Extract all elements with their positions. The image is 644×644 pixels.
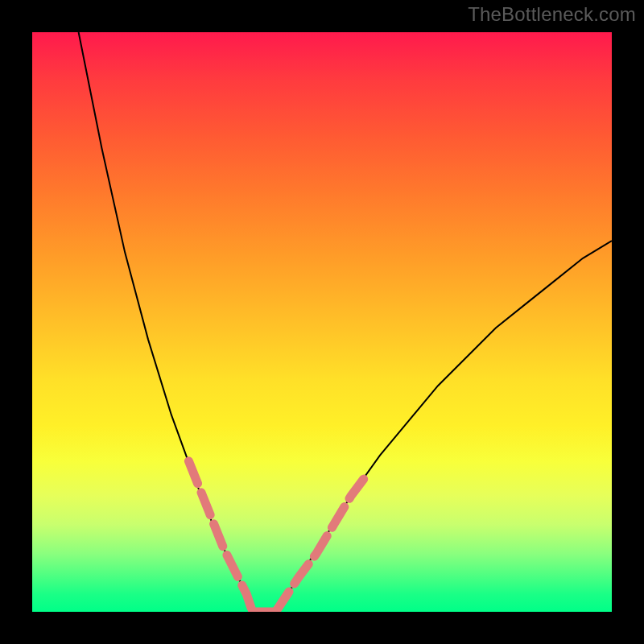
watermark-text: TheBottleneck.com <box>468 3 636 26</box>
plot-area <box>32 32 612 612</box>
series-group <box>79 32 612 612</box>
chart-frame: TheBottleneck.com <box>0 0 644 644</box>
chart-svg <box>32 32 612 612</box>
series-curve-left <box>79 32 253 612</box>
series-highlight-right <box>275 473 368 612</box>
series-curve-right <box>275 241 612 612</box>
series-highlight-left <box>188 461 252 612</box>
